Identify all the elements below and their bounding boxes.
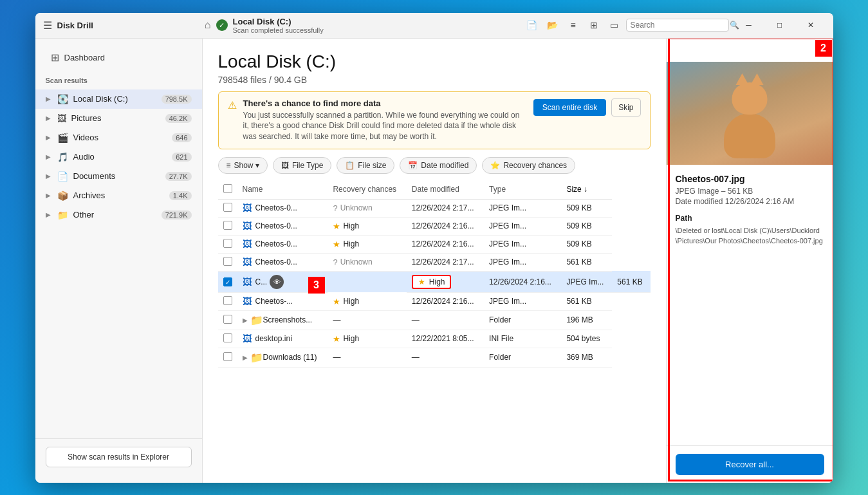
- file-type-cell: JPEG Im...: [484, 292, 561, 310]
- star-icon: ★: [333, 239, 340, 249]
- show-scan-in-explorer-button[interactable]: Show scan results in Explorer: [46, 447, 192, 467]
- recovery-cell: ★ High: [328, 235, 406, 253]
- home-icon[interactable]: ⌂: [205, 19, 211, 31]
- table-row[interactable]: ▶📁Downloads (11)——Folder369 MB: [218, 348, 651, 367]
- row-checkbox[interactable]: [223, 315, 232, 324]
- scan-entire-disk-button[interactable]: Scan entire disk: [533, 99, 606, 116]
- preview-path-label: Path: [676, 214, 824, 223]
- cat-ear-right: [751, 73, 764, 85]
- file-name-cell: ▶📁Downloads (11): [237, 348, 328, 367]
- close-button[interactable]: ✕: [796, 15, 826, 35]
- main-layout: ⊞ Dashboard Scan results ▶ 💽 Local Disk …: [35, 39, 833, 483]
- row-expand-icon[interactable]: ▶: [243, 354, 248, 361]
- banner-title: There's a chance to find more data: [243, 98, 527, 108]
- file-name-text: Cheetos-...: [255, 297, 293, 306]
- expand-arrow-icon: ▶: [46, 134, 53, 141]
- file-table-wrapper: Name Recovery chances Date modified Type: [203, 180, 666, 483]
- row-checkbox[interactable]: [223, 221, 232, 230]
- file-size-filter-button[interactable]: 📋 File size: [337, 157, 394, 174]
- folder-icon[interactable]: 📂: [544, 16, 562, 34]
- breadcrumb: Local Disk (C:) Scan completed successfu…: [233, 17, 324, 34]
- sidebar-item-audio[interactable]: ▶ 🎵 Audio 621: [35, 147, 202, 167]
- sidebar-item-dashboard[interactable]: ⊞ Dashboard: [41, 46, 197, 69]
- maximize-button[interactable]: □: [765, 15, 795, 35]
- show-filter-button[interactable]: ≡ Show ▾: [218, 157, 268, 174]
- file-size-cell: 196 MB: [561, 310, 612, 330]
- file-type-cell: INI File: [484, 330, 561, 348]
- file-size-cell: 509 KB: [561, 217, 612, 235]
- banner-description: You just successfully scanned a partitio…: [243, 110, 527, 142]
- row-checkbox[interactable]: [223, 257, 232, 266]
- recovery-cell: —: [328, 348, 406, 367]
- size-column-header[interactable]: Size ↓: [561, 180, 612, 200]
- recover-all-button[interactable]: Recover all...: [676, 454, 824, 475]
- sidebar-footer: Show scan results in Explorer: [35, 438, 202, 475]
- date-modified-cell: 12/26/2024 2:17...: [407, 253, 484, 271]
- row-checkbox[interactable]: [223, 333, 232, 342]
- folder-icon: 📁: [250, 314, 263, 326]
- file-type-icon: 🖼: [243, 203, 252, 213]
- search-input[interactable]: [631, 21, 727, 30]
- new-file-icon[interactable]: 📄: [523, 16, 541, 34]
- file-type-icon: 🖼: [243, 296, 252, 306]
- recovery-high-badge: ★High: [412, 275, 452, 289]
- star-filter-icon: ⭐: [490, 161, 500, 170]
- date-modified-filter-button[interactable]: 📅 Date modified: [400, 157, 477, 174]
- sidebar-item-videos[interactable]: ▶ 🎬 Videos 646: [35, 128, 202, 147]
- sidebar-item-local-disk[interactable]: ▶ 💽 Local Disk (C:) 798.5K: [35, 89, 202, 109]
- row-checkbox[interactable]: ✓: [223, 277, 232, 286]
- select-all-header[interactable]: [218, 180, 237, 200]
- table-row[interactable]: 🖼Cheetos-0...? Unknown12/26/2024 2:17...…: [218, 253, 651, 271]
- sidebar-item-documents[interactable]: ▶ 📄 Documents 27.7K: [35, 167, 202, 186]
- table-row[interactable]: 🖼Cheetos-...★ High12/26/2024 2:16...JPEG…: [218, 292, 651, 310]
- star-icon: ★: [333, 221, 340, 231]
- grid-view-icon[interactable]: ⊞: [585, 16, 603, 34]
- file-name-cell: 🖼C...👁: [237, 271, 328, 292]
- row-checkbox[interactable]: [223, 296, 232, 305]
- expand-arrow-icon: ▶: [46, 173, 53, 180]
- file-size-cell: 509 KB: [561, 235, 612, 253]
- preview-meta-date: Date modified 12/26/2024 2:16 AM: [676, 197, 824, 206]
- folder-icon: 📁: [250, 351, 263, 364]
- select-all-checkbox[interactable]: [223, 184, 232, 193]
- table-row[interactable]: 🖼Cheetos-0...★ High12/26/2024 2:16...JPE…: [218, 217, 651, 235]
- breadcrumb-subtitle: Scan completed successfully: [233, 26, 324, 34]
- expand-arrow-icon: ▶: [46, 153, 53, 160]
- open-external-icon[interactable]: ⤢: [818, 45, 826, 55]
- table-row[interactable]: 🖼Cheetos-0...★ High12/26/2024 2:16...JPE…: [218, 235, 651, 253]
- recovery-chances-filter-button[interactable]: ⭐ Recovery chances: [482, 157, 575, 174]
- sidebar-item-archives[interactable]: ▶ 📦 Archives 1.4K: [35, 186, 202, 205]
- hamburger-icon[interactable]: ☰: [43, 19, 52, 32]
- info-banner: ⚠ There's a chance to find more data You…: [218, 91, 651, 149]
- page-subtitle: 798548 files / 90.4 GB: [218, 75, 651, 85]
- row-checkbox[interactable]: [223, 203, 232, 212]
- documents-icon: 📄: [57, 171, 68, 182]
- panel-icon[interactable]: ▭: [605, 16, 623, 34]
- row-checkbox[interactable]: [223, 352, 232, 361]
- row-expand-icon[interactable]: ▶: [243, 317, 248, 324]
- file-type-cell: JPEG Im...: [484, 235, 561, 253]
- minimize-button[interactable]: ─: [734, 15, 764, 35]
- recovery-column-header: Recovery chances: [328, 180, 406, 200]
- breadcrumb-title: Local Disk (C:): [233, 17, 324, 26]
- file-type-cell: JPEG Im...: [484, 217, 561, 235]
- file-name-cell: 🖼Cheetos-0...: [237, 217, 328, 235]
- table-row[interactable]: ✓🖼C...👁3★High12/26/2024 2:16...JPEG Im..…: [218, 271, 651, 292]
- file-size-cell: 561 KB: [561, 292, 612, 310]
- sidebar-item-other[interactable]: ▶ 📁 Other 721.9K: [35, 205, 202, 225]
- skip-button[interactable]: Skip: [611, 98, 640, 117]
- table-row[interactable]: 🖼desktop.ini★ High12/22/2021 8:05...INI …: [218, 330, 651, 348]
- list-view-icon[interactable]: ≡: [564, 16, 582, 34]
- sidebar-item-pictures[interactable]: ▶ 🖼 Pictures 46.2K: [35, 109, 202, 128]
- file-type-filter-button[interactable]: 🖼 File Type: [273, 157, 331, 174]
- file-name-text: Downloads (11): [263, 353, 317, 362]
- file-size-cell: 504 bytes: [561, 330, 612, 348]
- row-checkbox[interactable]: [223, 239, 232, 248]
- file-type-cell: JPEG Im...: [561, 271, 612, 292]
- preview-eye-icon[interactable]: 👁: [270, 275, 284, 289]
- filter-icon: ≡: [226, 161, 231, 170]
- dashboard-icon: ⊞: [51, 51, 59, 64]
- table-row[interactable]: 🖼Cheetos-0...? Unknown12/26/2024 2:17...…: [218, 199, 651, 217]
- table-row[interactable]: ▶📁Screenshots...——Folder196 MB: [218, 310, 651, 330]
- preview-path: \Deleted or lost\Local Disk (C)\Users\Du…: [676, 225, 824, 247]
